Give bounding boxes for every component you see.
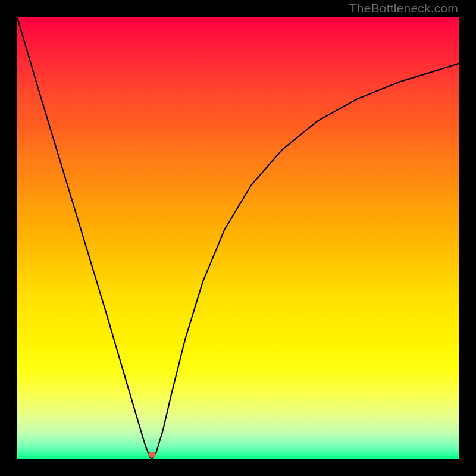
watermark-text: TheBottleneck.com: [349, 1, 458, 15]
bottleneck-curve: [17, 17, 459, 459]
plot-area: [17, 17, 459, 459]
chart-frame: TheBottleneck.com: [0, 0, 476, 476]
curve-path: [17, 17, 459, 459]
